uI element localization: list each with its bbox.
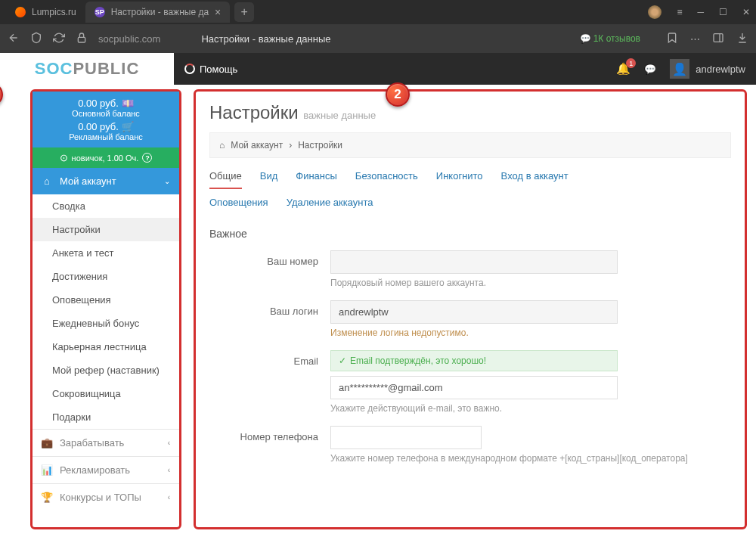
label-email: Email (209, 350, 330, 414)
user-menu[interactable]: 👤 andrewlptw (670, 59, 745, 79)
shield-icon[interactable] (30, 32, 42, 46)
tab-incognito[interactable]: Инкогнито (436, 170, 483, 189)
tab-label: Настройки - важные да (111, 7, 209, 17)
tab-finance[interactable]: Финансы (296, 170, 337, 189)
sidebar-item-contests[interactable]: 🏆 Конкурсы и ТОПы‹ (33, 483, 179, 511)
chevron-left-icon: ‹ (168, 493, 170, 501)
help-link[interactable]: Помощь (184, 64, 237, 75)
chevron-down-icon: ⌄ (164, 177, 170, 185)
sidebar-sub-achievements[interactable]: Достижения (33, 265, 179, 288)
sidebar-item-account[interactable]: ⌂ Мой аккаунт ⌄ (33, 168, 179, 194)
chat-icon[interactable]: 💬 (644, 64, 656, 75)
tab-general[interactable]: Общие (209, 170, 242, 189)
maximize-icon[interactable]: ☐ (719, 7, 727, 17)
tab-delete[interactable]: Удаление аккаунта (287, 197, 373, 214)
chevron-left-icon: ‹ (168, 439, 170, 447)
lifebuoy-icon (184, 64, 195, 74)
page-title-bar: Настройки - важные данные (201, 33, 330, 45)
reload-icon[interactable] (53, 32, 65, 46)
breadcrumb: ⌂ Мой аккаунт› Настройки (209, 132, 731, 158)
tabs-row2: Оповещения Удаление аккаунта (209, 197, 731, 214)
lock-icon[interactable] (76, 32, 88, 46)
sidebar-toggle-icon[interactable] (712, 32, 724, 46)
tab-login[interactable]: Вход в аккаунт (501, 170, 569, 189)
user-status[interactable]: ⊙ новичок, 1.00 Оч. ? (33, 147, 179, 168)
reviews-link[interactable]: 💬 1К отзывов (580, 33, 640, 44)
sidebar-sub-notif[interactable]: Оповещения (33, 288, 179, 312)
section-title: Важное (209, 228, 731, 240)
sidebar-sub-settings[interactable]: Настройки (33, 218, 179, 241)
new-tab-button[interactable]: + (234, 2, 254, 22)
label-login: Ваш логин (209, 300, 330, 338)
tab-alerts[interactable]: Оповещения (209, 197, 268, 214)
trophy-icon: 🏆 (42, 492, 52, 503)
favicon-icon: SP (94, 7, 105, 17)
svg-rect-0 (78, 37, 85, 42)
browser-tabs: Lumpics.ru SP Настройки - важные да × + … (0, 0, 756, 24)
tab-lumpics[interactable]: Lumpics.ru (6, 2, 85, 23)
email-input[interactable] (330, 376, 618, 399)
more-icon[interactable]: ⋯ (690, 33, 700, 45)
url[interactable]: socpublic.com (98, 33, 160, 45)
extension-icon[interactable] (648, 5, 662, 19)
check-icon: ✓ (339, 355, 346, 366)
sidebar-sub-summary[interactable]: Сводка (33, 194, 179, 218)
callout-1: 1 (0, 82, 3, 107)
sidebar-sub-gifts[interactable]: Подарки (33, 405, 179, 429)
site-header: SOCPUBLIC Помощь 🔔1 💬 👤 andrewlptw (0, 53, 756, 85)
tabs-row: Общие Вид Финансы Безопасность Инкогнито… (209, 170, 731, 189)
sidebar-sub-career[interactable]: Карьерная лестница (33, 335, 179, 359)
breadcrumb-link[interactable]: Мой аккаунт (231, 140, 283, 151)
callout-2: 2 (386, 82, 410, 107)
number-input (330, 250, 618, 274)
minimize-icon[interactable]: ─ (697, 7, 704, 17)
address-bar: socpublic.com Настройки - важные данные … (0, 24, 756, 53)
main-content: Настройки важные данные ⌂ Мой аккаунт› Н… (194, 89, 747, 529)
help-icon[interactable]: ? (142, 153, 152, 163)
tab-socpublic[interactable]: SP Настройки - важные да × (85, 2, 231, 23)
logo[interactable]: SOCPUBLIC (0, 59, 174, 79)
sidebar: 0.00 руб. 💷 Основной баланс 0.00 руб. 🛒 … (30, 89, 181, 529)
tab-label: Lumpics.ru (32, 7, 76, 17)
briefcase-icon: 💼 (42, 437, 52, 449)
menu-icon[interactable]: ≡ (677, 7, 682, 17)
username: andrewlptw (696, 64, 745, 75)
sidebar-sub-survey[interactable]: Анкета и тест (33, 241, 179, 265)
svg-rect-1 (714, 33, 723, 42)
close-icon[interactable]: × (215, 6, 221, 18)
chevron-left-icon: ‹ (168, 466, 170, 474)
bookmark-icon[interactable] (666, 32, 678, 46)
chart-icon: 📊 (42, 464, 52, 476)
notifications-icon[interactable]: 🔔1 (616, 62, 631, 76)
login-help: Изменение логина недопустимо. (330, 327, 731, 338)
download-icon[interactable] (736, 32, 748, 46)
sidebar-item-earn[interactable]: 💼 Зарабатывать‹ (33, 429, 179, 456)
sidebar-item-advertise[interactable]: 📊 Рекламировать‹ (33, 456, 179, 483)
email-confirmed: ✓ Email подтверждён, это хорошо! (330, 350, 618, 371)
email-help: Укажите действующий e-mail, это важно. (330, 403, 731, 414)
label-number: Ваш номер (209, 250, 330, 288)
sidebar-sub-treasury[interactable]: Сокровищница (33, 382, 179, 405)
avatar: 👤 (670, 59, 689, 79)
sidebar-sub-bonus[interactable]: Ежедневный бонус (33, 312, 179, 335)
balance-block[interactable]: 0.00 руб. 💷 Основной баланс 0.00 руб. 🛒 … (33, 92, 179, 147)
close-window-icon[interactable]: ✕ (742, 7, 750, 17)
home-icon: ⌂ (42, 175, 52, 187)
number-help: Порядковый номер вашего аккаунта. (330, 278, 731, 288)
tab-security[interactable]: Безопасность (355, 170, 418, 189)
label-phone: Номер телефона (209, 426, 330, 464)
sidebar-sub-referral[interactable]: Мой рефер (наставник) (33, 359, 179, 382)
notif-badge: 1 (626, 58, 636, 68)
tab-view[interactable]: Вид (260, 170, 278, 189)
back-icon[interactable] (8, 32, 20, 46)
phone-help: Укажите номер телефона в международном ф… (330, 453, 731, 464)
page-heading: Настройки важные данные (209, 102, 731, 123)
favicon-icon (15, 7, 26, 17)
breadcrumb-current: Настройки (298, 140, 342, 151)
home-icon[interactable]: ⌂ (219, 140, 225, 151)
phone-input[interactable] (330, 426, 482, 449)
login-input (330, 300, 618, 324)
